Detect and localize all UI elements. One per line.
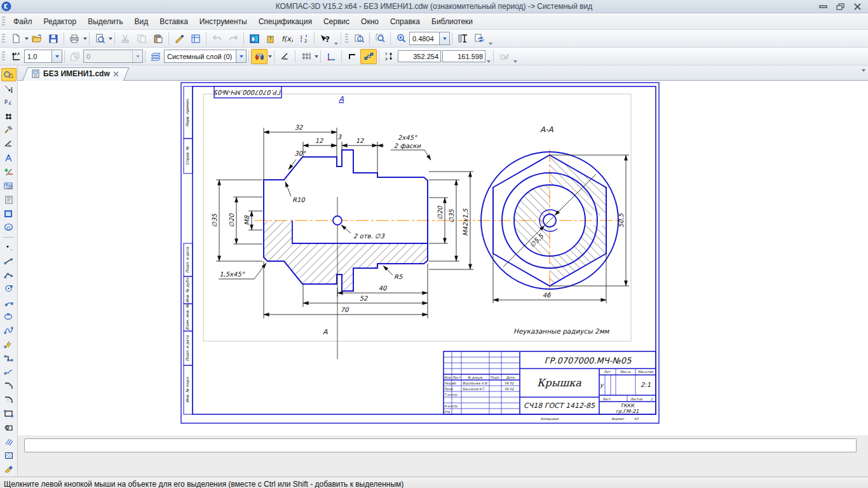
line-segments-tool-button[interactable] [1, 351, 17, 365]
tab-close-icon[interactable] [113, 71, 119, 77]
print-button[interactable] [66, 31, 83, 46]
measure-tool-button[interactable] [1, 151, 17, 165]
zoom-toolbar-overflow[interactable] [487, 32, 493, 45]
menu-help[interactable]: Справка [384, 15, 426, 28]
layer-number-combo[interactable]: 0 [83, 50, 143, 63]
svg-text:1: 1 [651, 397, 653, 401]
redo-button[interactable] [225, 31, 241, 46]
editing-tool-button[interactable] [1, 123, 17, 137]
curve-tool-button[interactable] [1, 365, 17, 379]
layer-number-value: 0 [84, 53, 132, 60]
layer-name-dropdown[interactable] [236, 50, 246, 62]
numbering-button[interactable]: 12 [295, 31, 312, 46]
cut-button[interactable] [117, 31, 133, 46]
nurbs-tool-button[interactable] [1, 323, 17, 337]
hatch-tool-button[interactable] [1, 449, 17, 462]
section-mark-top[interactable]: А [339, 95, 344, 104]
zoom-in-button[interactable] [393, 31, 409, 46]
style-brush-tool-button[interactable] [1, 463, 17, 476]
specification-tool-button[interactable] [1, 179, 17, 193]
coordinate-x-field[interactable]: 352.254 [398, 50, 441, 62]
show-all-button[interactable] [454, 31, 471, 46]
menu-select[interactable]: Выделить [82, 15, 128, 28]
collect-contour-tool-button[interactable] [1, 421, 17, 434]
close-button[interactable] [853, 3, 862, 10]
insert-view-tool-button[interactable] [1, 207, 17, 220]
help-component-button[interactable]: ? [262, 31, 279, 46]
preview-dropdown[interactable] [109, 37, 112, 40]
tab-list-button[interactable] [861, 69, 865, 72]
open-button[interactable] [29, 31, 45, 46]
minimize-button[interactable] [819, 3, 827, 10]
state-toolbar-overflow[interactable] [485, 50, 491, 63]
polyline-tool-button[interactable] [1, 268, 17, 281]
menu-insert[interactable]: Вставка [154, 15, 194, 28]
preview-button[interactable] [92, 31, 108, 46]
menu-file[interactable]: Файл [8, 15, 38, 28]
grid-dropdown[interactable] [315, 55, 318, 58]
restore-button[interactable] [836, 3, 844, 10]
zoom-area-button[interactable] [372, 31, 388, 46]
parametrization-tool-button[interactable] [1, 137, 17, 151]
snaps-toggle-button[interactable] [251, 49, 268, 64]
layers-icon[interactable] [147, 49, 164, 64]
rectangle-tool-button[interactable] [1, 407, 17, 421]
menu-editor[interactable]: Редактор [38, 15, 83, 28]
new-document-button[interactable] [8, 31, 24, 46]
angle-snap-button[interactable] [276, 49, 293, 64]
rounding-toggle-button[interactable] [360, 49, 377, 64]
property-bar-input[interactable] [24, 438, 857, 452]
coordinate-y-field[interactable]: 161.598 [442, 50, 485, 62]
menu-libraries[interactable]: Библиотеки [426, 15, 478, 28]
menu-specification[interactable]: Спецификация [253, 15, 318, 28]
construction-designations-button[interactable] [1, 110, 17, 123]
chamfer-tool-button[interactable] [1, 379, 17, 393]
geometry-tool-button[interactable] [1, 68, 17, 81]
designations-tool-button[interactable]: Р [1, 96, 17, 109]
hatch-lines-tool-button[interactable] [1, 435, 17, 448]
menu-service[interactable]: Сервис [318, 15, 355, 28]
reports-tool-button[interactable] [1, 193, 17, 207]
grid-button[interactable] [297, 49, 314, 64]
associative-views-button[interactable] [1, 220, 17, 234]
local-cs-button[interactable] [323, 49, 339, 64]
variables-fx-button[interactable]: f(x) [279, 31, 295, 46]
circle-tool-button[interactable] [1, 282, 17, 295]
layer-name-combo[interactable]: Системный слой (0) [164, 50, 247, 63]
zoom-scale-dropdown[interactable] [439, 32, 449, 44]
fillet-tool-button[interactable] [1, 393, 17, 407]
copy-button[interactable] [133, 31, 150, 46]
drawing-canvas[interactable]: Перв. примен. Справ. № Подп. и дата Инв.… [18, 81, 868, 435]
properties-button[interactable] [187, 31, 204, 46]
refresh-view-button[interactable] [471, 31, 487, 46]
point-tool-button[interactable] [1, 240, 17, 254]
copy-properties-button[interactable] [171, 31, 187, 46]
save-button[interactable] [45, 31, 62, 46]
layer-number-dropdown[interactable] [132, 50, 142, 62]
menu-tools[interactable]: Инструменты [194, 15, 253, 28]
context-help-button[interactable]: ? [316, 31, 333, 46]
arc-tool-button[interactable] [1, 296, 17, 309]
dimensions-tool-button[interactable] [1, 82, 17, 95]
bezier-tool-button[interactable] [1, 337, 17, 351]
window-manager-button[interactable] [246, 31, 262, 46]
print-dropdown[interactable] [83, 37, 87, 40]
ellipse-tool-button[interactable] [1, 310, 17, 323]
document-tab[interactable]: БЕЗ ИМЕНИ1.cdw [28, 67, 124, 80]
zoom-scale-combo[interactable]: 0.4804 [409, 32, 450, 45]
right-overflow[interactable] [512, 50, 518, 63]
quick-sketch-button[interactable] [496, 49, 512, 64]
undo-button[interactable] [208, 31, 225, 46]
segment-tool-button[interactable] [1, 254, 17, 268]
snaps-dropdown[interactable] [268, 55, 272, 58]
step-dropdown[interactable] [51, 50, 62, 62]
toolbar-overflow[interactable] [333, 32, 339, 45]
menu-window[interactable]: Окно [355, 15, 384, 28]
menu-view[interactable]: Вид [129, 15, 154, 28]
step-combo[interactable]: 1.0 [24, 50, 62, 63]
zoom-selection-button[interactable] [351, 31, 367, 46]
drawing-sheet-svg: Перв. примен. Справ. № Подп. и дата Инв.… [18, 81, 868, 435]
paste-button[interactable] [150, 31, 166, 46]
selection-tool-button[interactable] [1, 165, 17, 179]
ortho-button[interactable] [344, 49, 360, 64]
